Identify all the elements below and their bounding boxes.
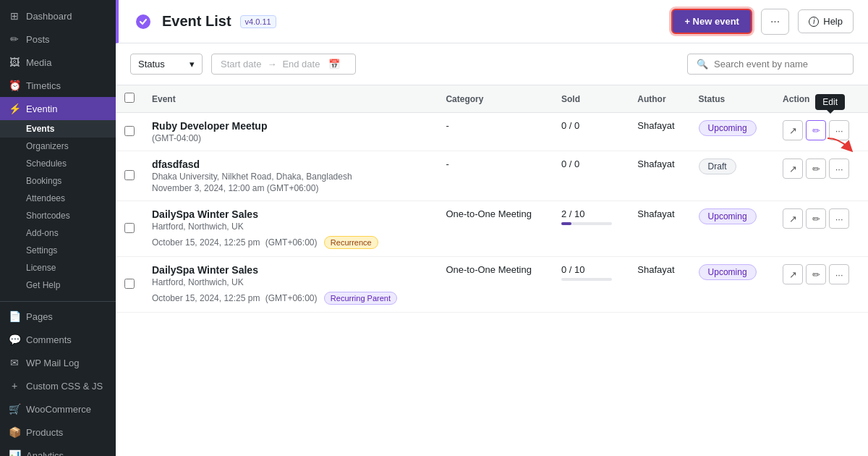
main-content: Event List v4.0.11 + New event ··· i Hel… bbox=[116, 0, 868, 456]
select-all-checkbox[interactable] bbox=[124, 93, 135, 103]
recurrence-badge: Recurrence bbox=[324, 236, 378, 249]
edit-event-button[interactable]: ✏ bbox=[806, 159, 826, 179]
sidebar-sub-attendees[interactable]: Attendees bbox=[0, 190, 116, 207]
event-category: One-to-One Meeting bbox=[446, 208, 532, 219]
more-event-button[interactable]: ··· bbox=[829, 159, 849, 179]
sidebar-item-products[interactable]: 📦 Products bbox=[0, 421, 116, 444]
sold-count: 0 / 0 bbox=[561, 159, 620, 169]
edit-event-button[interactable]: ✏ bbox=[806, 208, 826, 229]
sold-progress-fill bbox=[561, 222, 571, 225]
view-event-button[interactable]: ↗ bbox=[783, 159, 803, 179]
events-table: Event Category Sold Author Status Action… bbox=[116, 85, 868, 313]
svg-point-0 bbox=[136, 14, 150, 29]
analytics-icon: 📊 bbox=[9, 449, 20, 456]
sidebar-item-woocommerce[interactable]: 🛒 WooCommerce bbox=[0, 397, 116, 421]
event-author: Shafayat bbox=[637, 159, 674, 169]
sidebar-sub-license[interactable]: License bbox=[0, 259, 116, 276]
new-event-button[interactable]: + New event bbox=[671, 9, 752, 34]
edit-icon: ✏ bbox=[812, 125, 820, 136]
view-event-button[interactable]: ↗ bbox=[783, 264, 803, 284]
events-table-wrapper: Event Category Sold Author Status Action… bbox=[116, 85, 868, 456]
media-icon: 🖼 bbox=[9, 56, 20, 68]
sidebar-item-wp-mail-log[interactable]: ✉ WP Mail Log bbox=[0, 351, 116, 374]
external-link-icon: ↗ bbox=[789, 164, 797, 174]
event-category: One-to-One Meeting bbox=[446, 264, 532, 275]
table-row: DailySpa Winter Sales Hartford, Northwic… bbox=[116, 257, 868, 313]
sidebar-item-dashboard[interactable]: ⊞ Dashboard bbox=[0, 4, 116, 28]
sidebar-item-posts[interactable]: ✏ Posts bbox=[0, 28, 116, 51]
sidebar-sub-addons[interactable]: Add-ons bbox=[0, 224, 116, 242]
sidebar: ⊞ Dashboard ✏ Posts 🖼 Media ⏰ Timetics ⚡… bbox=[0, 0, 116, 456]
version-badge: v4.0.11 bbox=[240, 15, 276, 28]
plus-icon: + bbox=[9, 380, 20, 392]
search-box[interactable]: 🔍 bbox=[687, 54, 854, 75]
table-row: dfasdfasd Dhaka University, Nilkhet Road… bbox=[116, 151, 868, 201]
event-category: - bbox=[446, 120, 448, 131]
dots-icon: ··· bbox=[835, 269, 843, 280]
col-checkbox bbox=[116, 85, 143, 113]
event-author: Shafayat bbox=[637, 264, 674, 275]
comments-icon: 💬 bbox=[9, 334, 20, 345]
sidebar-item-analytics[interactable]: 📊 Analytics bbox=[0, 444, 116, 456]
edit-event-button[interactable]: ✏ bbox=[806, 264, 826, 284]
event-meta-location: Dhaka University, Nilkhet Road, Dhaka, B… bbox=[152, 172, 428, 182]
view-event-button[interactable]: ↗ bbox=[783, 208, 803, 229]
edit-event-button[interactable]: ✏ bbox=[806, 120, 826, 140]
arrow-indicator bbox=[825, 135, 854, 159]
search-icon: 🔍 bbox=[697, 59, 708, 69]
event-author: Shafayat bbox=[637, 120, 674, 131]
sidebar-item-pages[interactable]: 📄 Pages bbox=[0, 305, 116, 328]
products-icon: 📦 bbox=[9, 426, 20, 438]
row-checkbox[interactable] bbox=[124, 279, 135, 289]
date-range-filter[interactable]: Start date → End date 📅 bbox=[211, 54, 356, 75]
sidebar-item-custom-css-js[interactable]: + Custom CSS & JS bbox=[0, 374, 116, 397]
event-author: Shafayat bbox=[637, 208, 674, 219]
sidebar-item-media[interactable]: 🖼 Media bbox=[0, 51, 116, 74]
sidebar-sub-events[interactable]: Events bbox=[0, 120, 116, 138]
sidebar-item-eventin[interactable]: ⚡ Eventin bbox=[0, 97, 116, 120]
more-event-button[interactable]: ··· bbox=[829, 264, 849, 284]
sold-count: 0 / 10 bbox=[561, 264, 620, 275]
view-event-button[interactable]: ↗ bbox=[783, 120, 803, 140]
recurring-parent-badge: Recurring Parent bbox=[324, 292, 397, 305]
sidebar-item-timetics[interactable]: ⏰ Timetics bbox=[0, 74, 116, 97]
sidebar-item-comments[interactable]: 💬 Comments bbox=[0, 328, 116, 351]
sold-count: 0 / 0 bbox=[561, 120, 620, 131]
status-filter[interactable]: Status ▾ bbox=[130, 54, 203, 75]
row-checkbox[interactable] bbox=[124, 126, 135, 136]
action-cell: ↗ ✏ ··· bbox=[783, 264, 859, 284]
sidebar-sub-get-help[interactable]: Get Help bbox=[0, 276, 116, 294]
event-meta-location: Hartford, Northwich, UK bbox=[152, 277, 428, 287]
table-row: DailySpa Winter Sales Hartford, Northwic… bbox=[116, 201, 868, 257]
posts-icon: ✏ bbox=[9, 33, 20, 45]
row-checkbox[interactable] bbox=[124, 170, 135, 180]
more-options-button[interactable]: ··· bbox=[761, 9, 789, 35]
external-link-icon: ↗ bbox=[789, 214, 797, 224]
dots-icon: ··· bbox=[835, 214, 843, 224]
help-button[interactable]: i Help bbox=[798, 9, 854, 33]
external-link-icon: ↗ bbox=[789, 269, 797, 280]
sidebar-sub-organizers[interactable]: Organizers bbox=[0, 138, 116, 155]
edit-icon: ✏ bbox=[812, 164, 820, 174]
search-input[interactable] bbox=[714, 59, 844, 69]
external-link-icon: ↗ bbox=[789, 125, 797, 136]
status-badge: Upcoming bbox=[699, 208, 757, 224]
eventin-icon: ⚡ bbox=[9, 103, 20, 114]
edit-icon: ✏ bbox=[812, 214, 820, 224]
sidebar-sub-bookings[interactable]: Bookings bbox=[0, 172, 116, 190]
chevron-down-icon: ▾ bbox=[190, 59, 195, 69]
row-checkbox[interactable] bbox=[124, 223, 135, 233]
sidebar-sub-schedules[interactable]: Schedules bbox=[0, 155, 116, 172]
status-badge: Draft bbox=[699, 159, 736, 174]
dashboard-icon: ⊞ bbox=[9, 10, 20, 22]
eventin-logo bbox=[133, 12, 153, 32]
more-event-button[interactable]: ··· bbox=[829, 208, 849, 229]
action-cell: Edit ↗ ✏ ··· bbox=[783, 120, 859, 140]
col-status: Status bbox=[690, 85, 774, 113]
event-meta-date: October 15, 2024, 12:25 pm (GMT+06:00) R… bbox=[152, 233, 428, 249]
sidebar-sub-shortcodes[interactable]: Shortcodes bbox=[0, 207, 116, 224]
col-sold: Sold bbox=[553, 85, 629, 113]
info-icon: i bbox=[809, 17, 819, 27]
tooltip-edit: Edit bbox=[815, 94, 845, 110]
sidebar-sub-settings[interactable]: Settings bbox=[0, 242, 116, 259]
